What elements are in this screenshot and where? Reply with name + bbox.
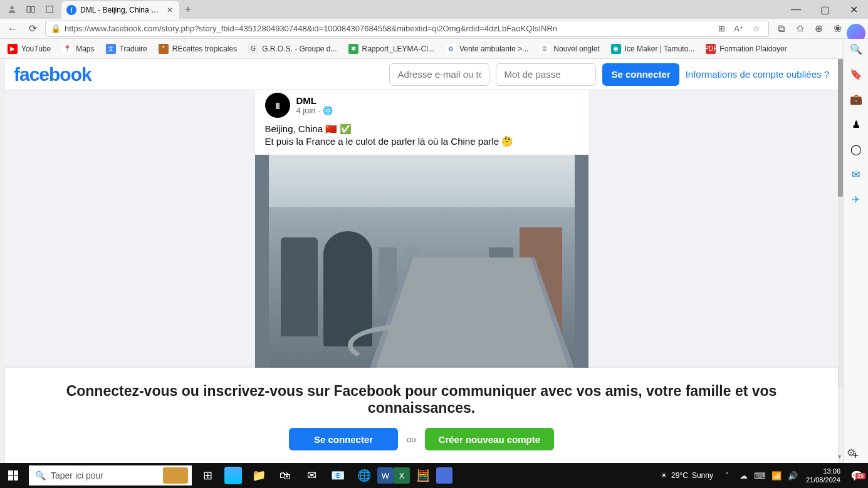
bookmark-formation[interactable]: PDFFormation Plaidoyer xyxy=(706,44,787,54)
read-aloud-icon[interactable]: A⁺ xyxy=(732,22,746,36)
tab-title: DML - Beijing, China ᴄɴ ✅ Et pu... xyxy=(80,6,162,14)
favorite-icon[interactable]: ☆ xyxy=(750,22,763,36)
url-input[interactable]: 🔒 https://www.facebook.com/story.php?sto… xyxy=(45,21,769,37)
taskbar-app-icon[interactable] xyxy=(436,467,452,484)
taskbar-clock[interactable]: 13:06 21/08/2024 xyxy=(801,467,845,485)
tab-actions-icon[interactable] xyxy=(44,4,55,15)
facebook-logo[interactable]: facebook xyxy=(14,64,92,85)
bookmark-traduire[interactable]: 文Traduire xyxy=(106,44,147,54)
sidebar-shopping-icon[interactable]: 🔖 xyxy=(849,66,864,81)
login-button[interactable]: Se connecter xyxy=(602,63,679,86)
footer-create-account-button[interactable]: Créer nouveau compte xyxy=(425,428,555,450)
sidebar-outlook-icon[interactable]: ✉ xyxy=(849,167,864,182)
taskbar-search[interactable]: 🔍 Taper ici pour xyxy=(29,465,192,485)
task-view-icon[interactable]: ⊞ xyxy=(194,463,221,488)
sidebar-send-icon[interactable]: ✈ xyxy=(849,192,864,207)
facebook-header: facebook Se connecter Informations de co… xyxy=(5,59,838,90)
svg-point-0 xyxy=(10,6,13,9)
taskbar-mail-icon[interactable]: ✉ xyxy=(298,463,325,488)
taskbar-weather[interactable]: ☀ 29°C Sunny xyxy=(654,471,719,480)
svg-rect-1 xyxy=(27,6,30,12)
edge-sidebar: 🔍 🔖 💼 ♟ ◯ ✉ ✈ + xyxy=(843,39,868,463)
post: ||| DML 4 juin · 🌐 Beijing, China 🇨🇳 ✅ E… xyxy=(255,90,588,388)
tray-cloud-icon[interactable]: ☁ xyxy=(736,471,752,480)
taskbar-calculator-icon[interactable]: 🧮 xyxy=(410,463,436,488)
scroll-down-arrow[interactable]: ▾ xyxy=(838,453,843,460)
post-image[interactable] xyxy=(255,155,588,388)
app-icon[interactable]: ⊞ xyxy=(714,22,728,36)
taskbar-store-icon[interactable]: 🛍 xyxy=(272,463,298,488)
post-meta: 4 juin · 🌐 xyxy=(296,106,333,115)
tray-wifi-icon[interactable]: 📶 xyxy=(768,471,785,480)
minimize-button[interactable]: — xyxy=(782,0,810,19)
search-highlight-icon xyxy=(163,467,188,484)
extensions-icon[interactable]: ❀ xyxy=(830,22,844,36)
bookmark-youtube[interactable]: ▶YouTube xyxy=(8,44,51,54)
bookmark-nouvel-onglet[interactable]: 🗎Nouvel onglet xyxy=(540,44,599,54)
browser-tab-active[interactable]: f DML - Beijing, China ᴄɴ ✅ Et pu... ✕ xyxy=(61,1,179,19)
workspaces-icon[interactable] xyxy=(25,4,36,15)
scrollbar[interactable] xyxy=(838,59,843,388)
tray-language-icon[interactable]: ⌨ xyxy=(752,471,768,480)
address-bar: ← ⟳ 🔒 https://www.facebook.com/story.php… xyxy=(0,19,868,39)
favorites-icon[interactable]: ✩ xyxy=(793,22,807,36)
sidebar-games-icon[interactable]: ♟ xyxy=(849,117,864,132)
settings-gear-icon[interactable]: ⚙ xyxy=(847,447,859,459)
lock-icon: 🔒 xyxy=(51,24,61,33)
sidebar-365-icon[interactable]: ◯ xyxy=(849,142,864,157)
scrollbar-thumb[interactable] xyxy=(838,59,843,197)
taskbar-explorer-icon[interactable]: 📁 xyxy=(246,463,272,488)
taskbar-chrome-icon[interactable]: 🌐 xyxy=(351,463,377,488)
tray-chevron-icon[interactable]: ˄ xyxy=(719,471,736,480)
profile-icon[interactable] xyxy=(6,4,18,15)
sidebar-search-icon[interactable]: 🔍 xyxy=(849,41,864,56)
email-input[interactable] xyxy=(389,63,489,86)
svg-rect-2 xyxy=(31,6,34,12)
taskbar-word-icon[interactable]: W xyxy=(377,467,394,484)
split-screen-icon[interactable]: ⧉ xyxy=(774,22,788,36)
collections-icon[interactable]: ⊕ xyxy=(812,22,825,36)
taskbar-edge-icon[interactable] xyxy=(224,467,242,484)
footer-prompt-text: Connectez-vous ou inscrivez-vous sur Fac… xyxy=(24,383,819,417)
footer-or-text: ou xyxy=(407,435,416,444)
start-button[interactable] xyxy=(0,463,26,488)
password-input[interactable] xyxy=(496,63,596,86)
bookmark-gros[interactable]: GG.R.O.S. - Groupe d... xyxy=(248,44,337,54)
tab-close-button[interactable]: ✕ xyxy=(165,6,174,14)
svg-rect-3 xyxy=(46,6,53,13)
bookmarks-bar: ▶YouTube 📍Maps 文Traduire *REcettes tropi… xyxy=(0,39,868,59)
search-icon: 🔍 xyxy=(35,470,46,480)
browser-titlebar: f DML - Beijing, China ᴄɴ ✅ Et pu... ✕ +… xyxy=(0,0,868,19)
refresh-button[interactable]: ⟳ xyxy=(25,21,40,36)
new-tab-button[interactable]: + xyxy=(179,1,197,18)
globe-icon: 🌐 xyxy=(323,106,333,115)
taskbar-excel-icon[interactable]: X xyxy=(394,467,410,484)
bookmark-recettes[interactable]: *REcettes tropicales xyxy=(159,44,237,54)
post-avatar[interactable]: ||| xyxy=(265,93,290,118)
close-button[interactable]: ✕ xyxy=(839,0,868,19)
post-author[interactable]: DML xyxy=(296,95,333,106)
windows-taskbar: 🔍 Taper ici pour ⊞ 📁 🛍 ✉ 📧 🌐 W X 🧮 ☀ 29°… xyxy=(0,463,868,488)
sidebar-tools-icon[interactable]: 💼 xyxy=(849,91,864,106)
taskbar-outlook-icon[interactable]: 📧 xyxy=(325,463,351,488)
post-text: Beijing, China 🇨🇳 ✅ Et puis la France a … xyxy=(255,123,588,155)
login-prompt-footer: Connectez-vous ou inscrivez-vous sur Fac… xyxy=(5,368,838,463)
back-button[interactable]: ← xyxy=(5,21,20,36)
favicon-icon: f xyxy=(66,5,76,15)
footer-login-button[interactable]: Se connecter xyxy=(289,428,398,450)
url-text: https://www.facebook.com/story.php?story… xyxy=(65,24,711,33)
bookmark-rapport[interactable]: ✱Rapport_LEYMA-Cl... xyxy=(348,44,434,54)
taskbar-notifications[interactable]: 💬29 xyxy=(845,470,868,482)
maximize-button[interactable]: ▢ xyxy=(810,0,839,19)
sun-icon: ☀ xyxy=(661,471,667,480)
forgot-password-link[interactable]: Informations de compte oubliées ? xyxy=(686,69,829,80)
bookmark-ice-maker[interactable]: ◉Ice Maker | Tamuto... xyxy=(611,44,695,54)
bookmark-vente[interactable]: ✿Vente ambulante >... xyxy=(446,44,528,54)
bookmark-maps[interactable]: 📍Maps xyxy=(62,44,94,54)
tray-volume-icon[interactable]: 🔊 xyxy=(785,471,801,480)
facebook-content: ||| DML 4 juin · 🌐 Beijing, China 🇨🇳 ✅ E… xyxy=(5,90,838,388)
